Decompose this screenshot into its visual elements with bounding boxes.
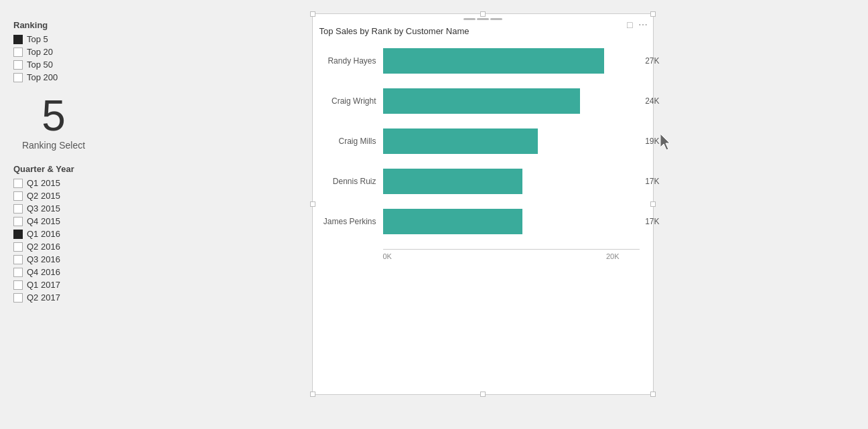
- axis-min-label: 0K: [383, 252, 392, 260]
- quarter-checkbox-9[interactable]: [13, 293, 23, 303]
- bar-row-1: Craig Wright24K: [319, 88, 640, 114]
- axis-max-label: 20K: [606, 252, 620, 260]
- ranking-item-2[interactable]: Top 50: [13, 60, 137, 70]
- quarter-item-0[interactable]: Q1 2015: [13, 178, 137, 188]
- quarter-label-6: Q3 2016: [27, 254, 60, 264]
- quarter-checkbox-4[interactable]: [13, 230, 23, 239]
- ranking-checkbox-3[interactable]: [13, 73, 23, 82]
- quarter-section: Quarter & Year Q1 2015Q2 2015Q3 2015Q4 2…: [13, 164, 137, 303]
- ranking-label-3: Top 200: [27, 72, 58, 82]
- quarter-checkbox-6[interactable]: [13, 255, 23, 264]
- chart-card: □ ⋯ Top Sales by Rank by Customer Name R…: [312, 13, 654, 395]
- quarter-label-4: Q1 2016: [27, 229, 60, 239]
- bar-row-4: James Perkins17K: [319, 209, 640, 234]
- quarter-item-8[interactable]: Q1 2017: [13, 280, 137, 290]
- bar-name-2: Craig Mills: [319, 137, 383, 146]
- bar-fill-1: [383, 88, 580, 114]
- bar-wrapper-0: 27K: [383, 48, 640, 74]
- quarter-item-3[interactable]: Q4 2015: [13, 216, 137, 226]
- quarter-item-4[interactable]: Q1 2016: [13, 229, 137, 239]
- ranking-label-2: Top 50: [27, 60, 53, 70]
- quarter-label-2: Q3 2015: [27, 203, 60, 213]
- resize-handle-bm[interactable]: [480, 392, 486, 397]
- cursor-icon: [660, 134, 674, 150]
- quarter-checkbox-2[interactable]: [13, 204, 23, 213]
- ranking-item-0[interactable]: Top 5: [13, 34, 137, 44]
- resize-handle-tr[interactable]: [650, 11, 656, 17]
- bar-fill-0: [383, 48, 604, 74]
- bar-wrapper-4: 17K: [383, 209, 640, 234]
- quarter-label-7: Q4 2016: [27, 267, 60, 277]
- chart-body: Randy Hayes27KCraig Wright24KCraig Mills…: [313, 41, 653, 274]
- quarter-checkbox-3[interactable]: [13, 217, 23, 226]
- ranking-items-list: Top 5Top 20Top 50Top 200: [13, 34, 137, 82]
- bar-name-4: James Perkins: [319, 217, 383, 226]
- resize-handle-tl[interactable]: [310, 11, 315, 17]
- quarter-label-1: Q2 2015: [27, 191, 60, 201]
- quarter-items-list: Q1 2015Q2 2015Q3 2015Q4 2015Q1 2016Q2 20…: [13, 178, 137, 303]
- resize-handle-rm[interactable]: [650, 201, 656, 207]
- quarter-item-5[interactable]: Q2 2016: [13, 242, 137, 252]
- quarter-label-3: Q4 2015: [27, 216, 60, 226]
- quarter-checkbox-7[interactable]: [13, 268, 23, 277]
- ranking-label-1: Top 20: [27, 47, 53, 57]
- bar-fill-3: [383, 169, 522, 194]
- bar-value-4: 17K: [645, 217, 659, 226]
- chart-icons: □ ⋯: [627, 19, 647, 30]
- bar-name-3: Dennis Ruiz: [319, 177, 383, 186]
- ranking-checkbox-1[interactable]: [13, 48, 23, 57]
- fullscreen-icon[interactable]: □: [627, 19, 632, 30]
- ranking-checkbox-0[interactable]: [13, 35, 23, 44]
- bar-row-3: Dennis Ruiz17K: [319, 169, 640, 194]
- quarter-label-5: Q2 2016: [27, 242, 60, 252]
- ranking-select-label: Ranking Select: [13, 140, 94, 151]
- bar-name-0: Randy Hayes: [319, 56, 383, 66]
- quarter-checkbox-8[interactable]: [13, 280, 23, 290]
- bar-wrapper-3: 17K: [383, 169, 640, 194]
- ranking-label-0: Top 5: [27, 34, 48, 44]
- quarter-section-title: Quarter & Year: [13, 164, 137, 174]
- bar-name-1: Craig Wright: [319, 96, 383, 106]
- quarter-label-8: Q1 2017: [27, 280, 60, 290]
- resize-handle-bl[interactable]: [310, 392, 315, 397]
- resize-handle-br[interactable]: [650, 392, 656, 397]
- quarter-item-1[interactable]: Q2 2015: [13, 191, 137, 201]
- bar-value-1: 24K: [645, 96, 659, 106]
- ranking-item-3[interactable]: Top 200: [13, 72, 137, 82]
- bar-row-0: Randy Hayes27K: [319, 48, 640, 74]
- bar-wrapper-1: 24K: [383, 88, 640, 114]
- bar-row-2: Craig Mills19K: [319, 128, 640, 154]
- quarter-item-2[interactable]: Q3 2015: [13, 203, 137, 213]
- chart-drag-handle[interactable]: [463, 18, 502, 20]
- bar-wrapper-2: 19K: [383, 128, 640, 154]
- cursor-indicator: [660, 134, 680, 152]
- chart-container: □ ⋯ Top Sales by Rank by Customer Name R…: [137, 13, 855, 395]
- bar-fill-2: [383, 128, 538, 154]
- bar-value-0: 27K: [645, 56, 659, 66]
- sidebar: Ranking Top 5Top 20Top 50Top 200 5 Ranki…: [13, 13, 137, 305]
- bar-value-2: 19K: [645, 137, 659, 146]
- quarter-item-7[interactable]: Q4 2016: [13, 267, 137, 277]
- bar-fill-4: [383, 209, 522, 234]
- quarter-checkbox-1[interactable]: [13, 191, 23, 201]
- resize-handle-lm[interactable]: [310, 201, 315, 207]
- quarter-item-6[interactable]: Q3 2016: [13, 254, 137, 264]
- axis-labels: 0K 20K: [319, 252, 640, 260]
- bar-value-3: 17K: [645, 177, 659, 186]
- ranking-section-title: Ranking: [13, 20, 137, 30]
- quarter-item-9[interactable]: Q2 2017: [13, 292, 137, 303]
- bar-chart: Randy Hayes27KCraig Wright24KCraig Mills…: [319, 48, 640, 234]
- more-options-icon[interactable]: ⋯: [638, 19, 648, 30]
- quarter-label-0: Q1 2015: [27, 178, 60, 188]
- quarter-label-9: Q2 2017: [27, 292, 60, 303]
- ranking-value-display: 5: [13, 94, 94, 137]
- ranking-checkbox-2[interactable]: [13, 60, 23, 70]
- svg-marker-0: [660, 134, 670, 150]
- quarter-checkbox-5[interactable]: [13, 242, 23, 252]
- ranking-item-1[interactable]: Top 20: [13, 47, 137, 57]
- quarter-checkbox-0[interactable]: [13, 179, 23, 188]
- resize-handle-tm[interactable]: [480, 11, 486, 17]
